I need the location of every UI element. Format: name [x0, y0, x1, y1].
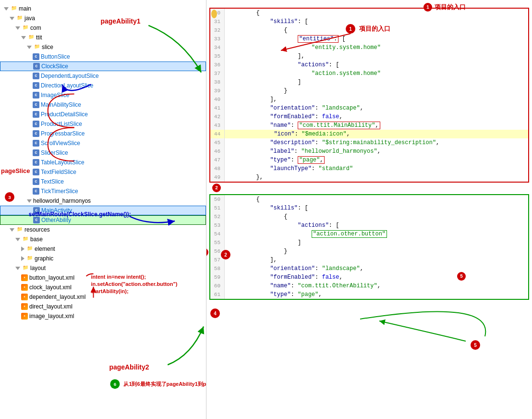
tree-item-base[interactable]: 📁 base — [0, 234, 206, 244]
class-badge: c — [33, 217, 40, 223]
tree-item-ClockSlice[interactable]: c ClockSlice — [0, 62, 206, 71]
folder-icon: 📁 — [22, 264, 29, 272]
tree-label: ButtonSlice — [41, 52, 70, 62]
top-code-section: 1 项目的入口 30 { 31 "skills": [ 32 { 33 — [209, 8, 529, 183]
code-line: 48 "launchType": "standard" — [210, 164, 528, 173]
tree-item-image-layout[interactable]: x image_layout.xml — [0, 311, 206, 321]
tree-label: base — [30, 234, 43, 244]
svg-point-13 — [210, 308, 220, 318]
tree-item-DependentLayoutSlice[interactable]: c DependentLayoutSlice — [0, 71, 206, 81]
line-num: 40 — [210, 95, 225, 104]
line-content: "description": "$string:mainability_desc… — [225, 138, 439, 147]
line-num: 44 — [210, 130, 225, 138]
tree-item-ProductListSlice[interactable]: c ProductListSlice — [0, 119, 206, 129]
tree-label: ProductListSlice — [41, 119, 82, 129]
tree-item[interactable]: 📁 slice — [0, 42, 206, 52]
tree-label: TextSlice — [41, 177, 64, 186]
line-content: "type": "page", — [225, 290, 322, 299]
code-line: 42 "formEnabled": false, — [210, 112, 528, 121]
folder-icon: 📁 — [33, 43, 41, 51]
tree-item-TextSlice[interactable]: c TextSlice — [0, 177, 206, 186]
left-panel: 📁 main 📁 java 📁 com 📁 ttit 📁 slice c But… — [0, 0, 206, 419]
tree-item-ProgressbarSlice[interactable]: c ProgressbarSlice — [0, 129, 206, 138]
code-line: 37 "action.system.home" — [210, 69, 528, 78]
code-line: 55 ] — [210, 238, 528, 247]
badge-5: 5 — [457, 272, 466, 281]
tree-item-TableLayoutSlice[interactable]: c TableLayoutSlice — [0, 158, 206, 167]
line-num: 59 — [210, 273, 225, 282]
class-badge: c — [33, 111, 39, 118]
tree-item-layout-folder[interactable]: 📁 layout — [0, 263, 206, 273]
class-badge: c — [33, 159, 39, 166]
line-num: 36 — [210, 61, 225, 69]
main-layout: 📁 main 📁 java 📁 com 📁 ttit 📁 slice c But… — [0, 0, 532, 419]
badge-4: 4 — [206, 248, 208, 257]
tree-item[interactable]: 📁 main — [0, 4, 206, 13]
line-content: ], — [225, 256, 277, 264]
line-content: "actions": [ — [225, 61, 339, 69]
tree-item[interactable]: 📁 ttit — [0, 33, 206, 42]
pageability2-label: pageAbility2 — [109, 363, 149, 371]
tree-item-direct-layout[interactable]: x direct_layout.xml — [0, 302, 206, 311]
tree-item-MainActivity[interactable]: c MainActivity — [0, 206, 206, 215]
svg-point-5 — [110, 379, 120, 389]
code-line: 39 } — [210, 86, 528, 95]
tree-label: TickTimerSlice — [41, 186, 78, 196]
class-badge: c — [33, 188, 39, 195]
line-content: "name": "com.ttit.MainAbility", — [225, 121, 380, 130]
badge-2: 2 — [212, 184, 221, 192]
tree-item[interactable]: 📁 com — [0, 23, 206, 33]
line-content: "orientation": "landscape", — [225, 264, 363, 273]
line-num: 54 — [210, 230, 225, 238]
code-line: 59 "formEnabled": false, — [210, 273, 528, 282]
line-num: 60 — [210, 282, 225, 290]
tree-label: ProductDetailSlice — [41, 110, 88, 119]
tree-item-element[interactable]: 📁 element — [0, 244, 206, 254]
line-content: "type": "page", — [225, 156, 325, 164]
line-content: ], — [225, 95, 277, 104]
badge-1: 1 — [423, 3, 432, 12]
class-badge: c — [33, 53, 39, 60]
class-badge: c — [33, 121, 39, 127]
tree-item-helloworld[interactable]: helloworld_harmonyos — [0, 196, 206, 206]
line-content: "entity.system.home" — [225, 43, 381, 52]
code-line: 46 "label": "helloworld_harmonyos", — [210, 147, 528, 156]
tree-label: java — [24, 13, 35, 23]
line-content: { — [225, 26, 287, 35]
tree-item[interactable]: 📁 java — [0, 13, 206, 23]
tree-item-DirectionLayoutSlice[interactable]: c DirectionLayoutSlice — [0, 81, 206, 90]
xml-file-icon: x — [21, 274, 28, 281]
tree-item-ScrollViewSlice[interactable]: c ScrollViewSlice — [0, 138, 206, 148]
line-num: 50 — [210, 195, 225, 204]
tree-item-ProductDetailSlice[interactable]: c ProductDetailSlice — [0, 110, 206, 119]
tree-item-ButtonSlice[interactable]: c ButtonSlice — [0, 52, 206, 62]
code-line: 50 { — [210, 195, 528, 204]
tree-item-clock-layout[interactable]: x clock_layout.xml — [0, 283, 206, 292]
line-content: ] — [225, 238, 301, 247]
tree-item-button-layout[interactable]: x button_layout.xml — [0, 273, 206, 283]
tree-item-ImageSlice[interactable]: c ImageSlice — [0, 90, 206, 100]
tree-item-TickTimerSlice[interactable]: c TickTimerSlice — [0, 186, 206, 196]
tree-item-graphic[interactable]: 📁 graphic — [0, 254, 206, 263]
tree-item-TextFieldSlice[interactable]: c TextFieldSlice — [0, 167, 206, 177]
bottom-code-section: 4 5 50 { 51 "skills": [ 52 { — [209, 194, 529, 300]
code-line: 41 "orientation": "landscape", — [210, 104, 528, 112]
tree-label: ScrollViewSlice — [41, 138, 80, 148]
tree-item-SliderSlice[interactable]: c SliderSlice — [0, 148, 206, 158]
tree-label: com — [30, 23, 41, 33]
line-num: 33 — [210, 35, 225, 43]
code-line: 43 "name": "com.ttit.MainAbility", — [210, 121, 528, 130]
tree-label: button_layout.xml — [29, 273, 74, 283]
tree-item-dependent-layout[interactable]: x dependent_layout.xml — [0, 292, 206, 302]
code-line: 61 "type": "page", — [210, 290, 528, 299]
svg-text:从1到6最终实现了pageAbility1到pageAbil: 从1到6最终实现了pageAbility1到pageAbility2之间的跳转 — [123, 381, 206, 387]
tree-item-resources[interactable]: 📁 resources — [0, 225, 206, 234]
tree-item-MainAbilitySlice[interactable]: c MainAbilitySlice — [0, 100, 206, 110]
tree-item-OtherAbility[interactable]: c OtherAbility — [0, 215, 206, 225]
code-line: 35 ], — [210, 52, 528, 61]
tree-label: clock_layout.xml — [29, 283, 72, 292]
svg-point-15 — [471, 340, 480, 350]
line-num: 31 — [210, 17, 225, 26]
code-line: 34 "entity.system.home" — [210, 43, 528, 52]
code-line: 32 { — [210, 26, 528, 35]
